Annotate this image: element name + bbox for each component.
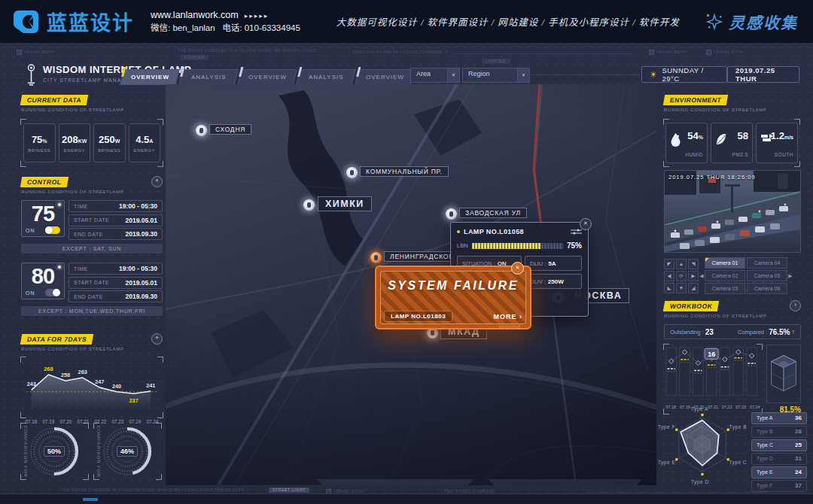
schedule-row: TIME19:00 - 05:30	[69, 200, 163, 212]
add-button[interactable]: +	[151, 176, 163, 187]
svg-text:240: 240	[112, 383, 121, 390]
close-icon[interactable]: ✕	[511, 262, 524, 275]
map-label[interactable]: ХИМКИ	[318, 196, 372, 211]
humidity-tile: 54% HUMID	[665, 123, 708, 163]
camera-button[interactable]: Camera 01	[705, 257, 745, 269]
panel-subtitle: RUNNING CONDITION OF STREETLAMP	[664, 314, 801, 318]
lamp-pin-kommunalny[interactable]	[346, 167, 358, 178]
inspiration-collect[interactable]: 灵感收集	[705, 11, 798, 33]
map-label[interactable]: СХОДНЯ	[209, 124, 251, 135]
camera-feed[interactable]: 2019.07.25 THUR 18:26:09	[664, 170, 801, 253]
comparison-panel: COMPARISON FOR 50% COMPARISON FOR 46%	[21, 424, 163, 479]
pan-right-button[interactable]: ▶	[688, 271, 699, 281]
tab-overview-1[interactable]: OVERVIEW	[120, 69, 179, 85]
add-button[interactable]: +	[151, 333, 163, 345]
failure-message: SYSTEM FAILURE	[376, 279, 530, 293]
pan-left-button[interactable]: ◀	[664, 271, 674, 281]
type-radar-chart: Type A Type B Type C Type D Type E Type …	[658, 406, 747, 484]
camera-button[interactable]: Camera 04	[747, 257, 787, 269]
screen: 蓝蓝设计 www.lanlanwork.com▸▸▸▸▸ 微信: ben_lan…	[0, 0, 813, 504]
except-days: EXCEPT : SAT, SUN	[21, 244, 163, 254]
brightness-level: 75	[22, 202, 64, 226]
svg-text:268: 268	[44, 366, 53, 372]
decor-line	[587, 492, 768, 493]
decor-checkbox-travel: TRAVEL BOTH	[706, 50, 744, 55]
footer-chip	[83, 498, 98, 501]
radar-axis-label: Type F	[658, 424, 675, 430]
area-select-value: Area	[411, 68, 447, 82]
camera-button[interactable]: Camera 06	[747, 283, 787, 294]
close-icon[interactable]: ✕	[580, 218, 592, 230]
lamp-pin-zavodskaya[interactable]	[446, 208, 457, 220]
panel-tag: WORKBOOK	[663, 301, 720, 311]
rib-decoration: ///////////	[499, 324, 521, 329]
tab-analysis-2[interactable]: ANALYSIS	[296, 69, 355, 85]
area-select[interactable]: Area ▼	[410, 68, 460, 83]
schedule-row: TIME19:00 - 05:30	[69, 263, 163, 275]
tab-overview-3[interactable]: OVERVIEW	[355, 69, 414, 85]
pan-down-left-button[interactable]: ◣	[664, 283, 674, 293]
environment-tiles: 54% HUMID 58 PM2.5 1.2m/s SOUTH	[664, 120, 799, 166]
brightness-bar[interactable]	[472, 243, 563, 249]
website-link[interactable]: www.lanlanwork.com	[151, 10, 239, 20]
pan-up-right-button[interactable]: ◥	[688, 259, 699, 269]
camera-prev-button[interactable]: ◀	[699, 273, 705, 279]
pan-up-button[interactable]: ▲	[676, 259, 687, 269]
schedule-toggle[interactable]	[45, 289, 60, 296]
lamp-pin-khimki[interactable]	[303, 199, 315, 211]
decor-line	[452, 53, 632, 54]
camera-panel: 2019.07.25 THUR 18:26:09	[664, 170, 799, 294]
camera-controls: ◤ ▲ ◥ ◀ ⟳ ▶ ◣ ▼ ◢ ◀ Camera 01 Camera 04 …	[664, 257, 799, 294]
metric-tile: 4.5A ENERGY	[129, 123, 161, 162]
decor-checkbox-travel: TRAVEL BOTH	[649, 50, 687, 55]
schedule-row: START DATE2019.05.01	[69, 277, 163, 289]
lamp-pin-skhodnya[interactable]	[196, 125, 207, 136]
traffic-scene	[665, 171, 800, 252]
legend-row[interactable]: Type A36	[751, 412, 807, 424]
camera-list: Camera 01 Camera 04 Camera 02 Camera 05 …	[705, 257, 787, 294]
legend-row[interactable]: Type C25	[751, 439, 807, 451]
date-label: 2019.07.25 THUR	[735, 66, 791, 83]
more-button[interactable]: MORE ›	[494, 313, 523, 320]
tab-analysis-1[interactable]: ANALYSIS	[178, 69, 238, 85]
panel-tag: CURRENT DATA	[20, 95, 89, 105]
map-label[interactable]: КОММУНАЛЬНЫЙ ПР.	[360, 166, 449, 177]
region-select[interactable]: Region ▼	[462, 68, 530, 83]
legend-row[interactable]: Type B28	[751, 426, 807, 438]
legend-row[interactable]: Type D31	[751, 453, 807, 465]
camera-button[interactable]: Camera 05	[747, 270, 787, 281]
droplet-icon	[670, 132, 681, 150]
workbook-bar-chart: 16	[664, 345, 760, 400]
pan-down-button[interactable]: ▼	[676, 283, 687, 293]
pan-up-left-button[interactable]: ◤	[664, 259, 674, 269]
metric-tile: 208KW ENERGY	[59, 123, 91, 162]
decor-line	[531, 74, 640, 75]
pan-down-right-button[interactable]: ◢	[688, 283, 699, 293]
schedule-toggle[interactable]	[45, 226, 60, 234]
expand-button[interactable]: ›	[790, 300, 801, 311]
legend-row[interactable]: Type E24	[751, 466, 807, 478]
metric-tile: 250W BRINESS	[93, 123, 126, 162]
camera-next-button[interactable]: ▶	[787, 273, 793, 279]
city-map[interactable]: СХОДНЯ КОММУНАЛЬНЫЙ ПР. ХИМКИ ЗАВОДСКАЯ …	[166, 84, 656, 485]
brightness-level-box: 75 ON	[21, 200, 65, 237]
sliders-icon[interactable]	[571, 228, 582, 235]
map-label[interactable]: ЗАВОДСКАЯ УЛ	[459, 208, 527, 218]
services-text: 大数据可视化设计 / 软件界面设计 / 网站建设 / 手机及小程序设计 / 软件…	[336, 14, 680, 29]
gauge-value: 50%	[44, 446, 65, 457]
radar-legend: Type A36 Type B28 Type C25 Type D31 Type…	[751, 412, 807, 492]
weather-indicator: ☀ SUNNDAY / 29°C	[641, 66, 727, 83]
logo: 蓝蓝设计	[14, 7, 134, 36]
tab-overview-2[interactable]: OVERVIEW	[237, 69, 297, 85]
leaf-icon	[715, 132, 727, 149]
camera-button[interactable]: Camera 02	[705, 270, 745, 281]
reset-view-button[interactable]: ⟳	[676, 271, 687, 281]
schedule-row: START DATE2019.05.01	[69, 214, 163, 226]
tab-bar: OVERVIEW ANALYSIS OVERVIEW ANALYSIS OVER…	[122, 69, 416, 85]
comparison-gauge: COMPARISON FOR 46%	[94, 424, 161, 479]
wind-tile: 1.2m/s SOUTH	[756, 123, 798, 163]
camera-button[interactable]: Camera 03	[705, 283, 745, 294]
panel-subtitle: RUNNING CONDITION OF STREETLAMP	[21, 347, 163, 351]
legend-row[interactable]: Type F37	[751, 480, 807, 492]
lamp-pin-leningradskoe-alert[interactable]	[370, 252, 382, 263]
